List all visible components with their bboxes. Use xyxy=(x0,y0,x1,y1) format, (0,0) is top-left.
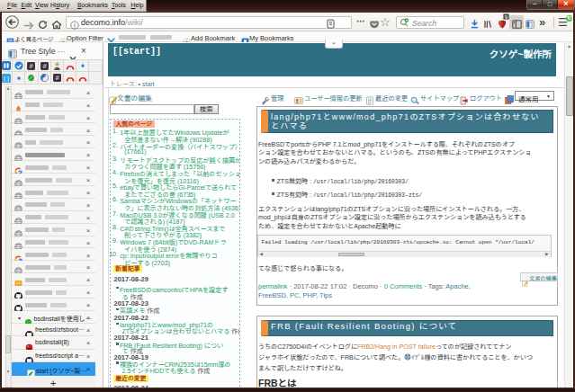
svg-text:[]: [] xyxy=(3,75,10,82)
